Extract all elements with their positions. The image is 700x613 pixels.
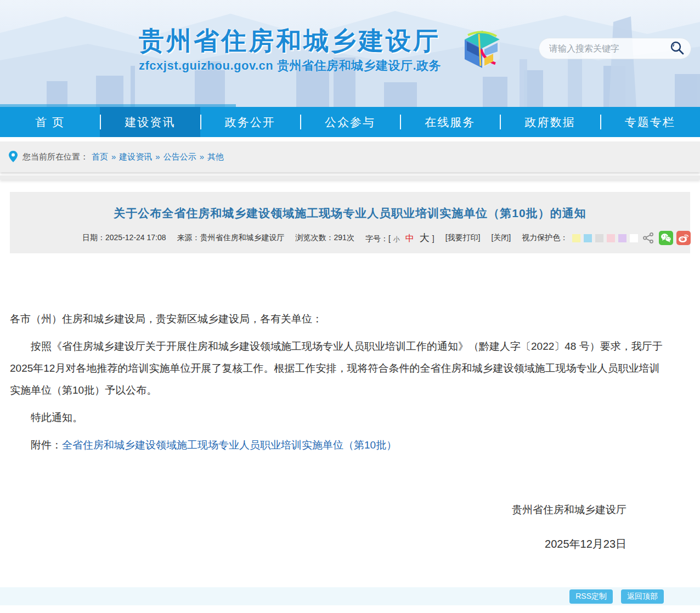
font-size-label: 字号：[ <box>365 234 391 244</box>
signature-block: 贵州省住房和城乡建设厅 2025年12月23日 <box>10 499 663 555</box>
breadcrumb-link-announcements[interactable]: 公告公示 <box>163 152 196 161</box>
eye-color-swatch-white[interactable] <box>630 234 638 242</box>
article-meta: 日期：2025-12-24 17:08 来源：贵州省住房和城乡建设厅 浏览次数：… <box>10 231 690 245</box>
site-subtitle: zfcxjst.guizhou.gov.cn 贵州省住房和城乡建设厅.政务 <box>139 58 441 74</box>
search-icon[interactable] <box>669 41 685 57</box>
meta-date: 日期：2025-12-24 17:08 <box>82 233 166 243</box>
article-title: 关于公布全省住房和城乡建设领域施工现场专业人员职业培训实施单位（第10批）的通知 <box>10 206 690 221</box>
page: 贵州省住房和城乡建设厅 zfcxjst.guizhou.gov.cn 贵州省住房… <box>0 0 700 613</box>
rss-button[interactable]: RSS定制 <box>569 589 613 604</box>
signature-agency: 贵州省住房和城乡建设厅 <box>10 499 626 521</box>
nav-item-gov-disclosure[interactable]: 政务公开 <box>200 107 300 137</box>
location-pin-icon <box>9 151 18 163</box>
paragraph-main: 按照《省住房城乡建设厅关于开展住房和城乡建设领域施工现场专业人员职业培训工作的通… <box>10 336 663 401</box>
breadcrumb-link-other[interactable]: 其他 <box>207 152 224 161</box>
eye-color-swatch-yellow[interactable] <box>572 234 580 242</box>
bottom-toolbar: RSS定制 返回顶部 <box>0 587 700 605</box>
attachment-label: 附件： <box>31 439 62 451</box>
nav-item-construction-news[interactable]: 建设资讯 <box>100 107 200 137</box>
breadcrumb-links: 首页»建设资讯»公告公示»其他 <box>92 152 224 162</box>
section-divider-strip <box>0 175 700 180</box>
font-size-large-button[interactable]: 大 <box>420 231 430 245</box>
site-header: 贵州省住房和城乡建设厅 zfcxjst.guizhou.gov.cn 贵州省住房… <box>0 0 700 107</box>
close-button[interactable]: [关闭] <box>491 233 511 243</box>
breadcrumb-separator: » <box>111 152 116 161</box>
print-button[interactable]: [我要打印] <box>445 233 481 243</box>
signature-date: 2025年12月23日 <box>10 533 626 555</box>
main-nav: 首 页 建设资讯 政务公开 公众参与 在线服务 政府数据 专题专栏 <box>0 107 700 137</box>
nav-item-gov-data[interactable]: 政府数据 <box>500 107 600 137</box>
weibo-share-icon[interactable] <box>676 231 691 245</box>
meta-source: 来源：贵州省住房和城乡建设厅 <box>177 233 285 243</box>
nav-item-public-participation[interactable]: 公众参与 <box>300 107 400 137</box>
eye-protection-control: 视力保护色： <box>522 233 641 243</box>
eye-color-swatch-purple[interactable] <box>618 234 626 242</box>
eye-protection-label: 视力保护色： <box>522 233 568 243</box>
site-title: 贵州省住房和城乡建设厅 <box>139 26 441 55</box>
eye-color-swatch-blue[interactable] <box>584 234 592 242</box>
font-size-control: 字号：[ 小 中 大 ] <box>365 231 434 245</box>
breadcrumb-label: 您当前所在位置： <box>22 152 88 162</box>
attachment-link[interactable]: 全省住房和城乡建设领域施工现场专业人员职业培训实施单位（第10批） <box>62 439 397 451</box>
site-logo-cube-icon <box>462 27 502 70</box>
search-input[interactable] <box>549 44 669 54</box>
share-icon[interactable] <box>641 231 656 245</box>
eye-color-swatch-pink[interactable] <box>607 234 615 242</box>
site-brand: 贵州省住房和城乡建设厅 zfcxjst.guizhou.gov.cn 贵州省住房… <box>139 26 441 74</box>
wechat-share-icon[interactable] <box>659 231 673 245</box>
article-header-card: 关于公布全省住房和城乡建设领域施工现场专业人员职业培训实施单位（第10批）的通知… <box>10 192 690 253</box>
paragraph-notice: 特此通知。 <box>10 407 663 429</box>
breadcrumb-separator: » <box>200 152 204 161</box>
breadcrumb-separator: » <box>155 152 160 161</box>
breadcrumb-link-home[interactable]: 首页 <box>92 152 108 161</box>
paragraph-salutation: 各市（州）住房和城乡建设局，贵安新区城乡建设局，各有关单位： <box>10 308 663 330</box>
search-box <box>539 38 691 59</box>
font-size-bracket: ] <box>432 234 434 243</box>
font-size-small-button[interactable]: 小 <box>393 235 400 244</box>
share-buttons <box>641 231 691 245</box>
meta-views: 浏览次数：291次 <box>296 233 354 243</box>
eye-color-swatch-gray[interactable] <box>595 234 603 242</box>
font-size-medium-button[interactable]: 中 <box>405 233 414 245</box>
nav-item-online-services[interactable]: 在线服务 <box>400 107 500 137</box>
back-to-top-button[interactable]: 返回顶部 <box>621 589 664 604</box>
article-body: 各市（州）住房和城乡建设局，贵安新区城乡建设局，各有关单位： 按照《省住房城乡建… <box>0 253 700 555</box>
nav-item-home[interactable]: 首 页 <box>0 107 100 137</box>
nav-item-special-topics[interactable]: 专题专栏 <box>600 107 700 137</box>
breadcrumb-link-news[interactable]: 建设资讯 <box>119 152 152 161</box>
attachment-line: 附件：全省住房和城乡建设领域施工现场专业人员职业培训实施单位（第10批） <box>10 434 663 456</box>
breadcrumb: 您当前所在位置： 首页»建设资讯»公告公示»其他 <box>0 141 700 172</box>
